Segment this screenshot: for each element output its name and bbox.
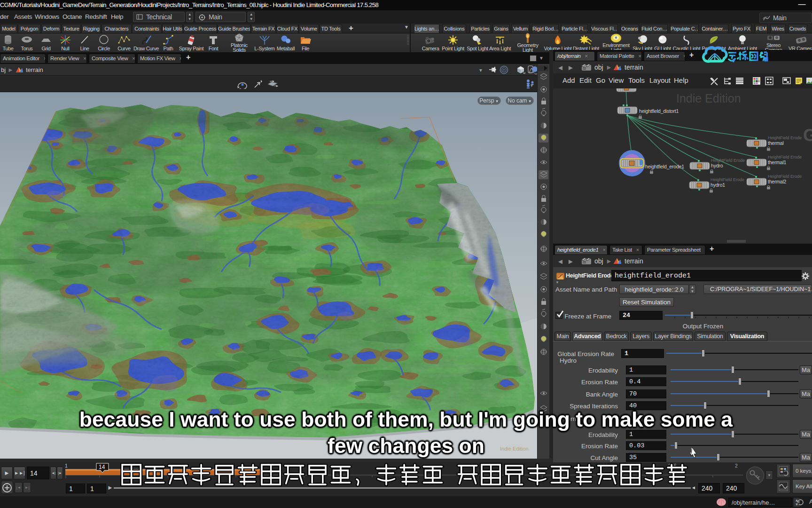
svg-text:HeightField Erode: HeightField Erode [768, 155, 802, 159]
svg-text:Ge: Ge [803, 126, 812, 145]
svg-text:Indie Edition: Indie Edition [676, 92, 741, 105]
svg-text:heightfield_distort1: heightfield_distort1 [639, 108, 679, 114]
svg-text:hydro1: hydro1 [710, 182, 725, 188]
svg-text:thermal1: thermal1 [768, 159, 787, 165]
svg-text:HeightField Erode: HeightField Erode [768, 174, 802, 179]
svg-text:HeightField Erode: HeightField Erode [710, 177, 744, 182]
svg-text:HeightField Erode: HeightField Erode [768, 135, 802, 140]
svg-text:hydro: hydro [711, 163, 723, 168]
svg-text:HeightField Erode: HeightField Erode [711, 158, 745, 163]
svg-text:thermal: thermal [768, 140, 784, 146]
svg-text:heightfield_erode1: heightfield_erode1 [645, 164, 684, 169]
svg-text:thermal2: thermal2 [768, 179, 787, 184]
